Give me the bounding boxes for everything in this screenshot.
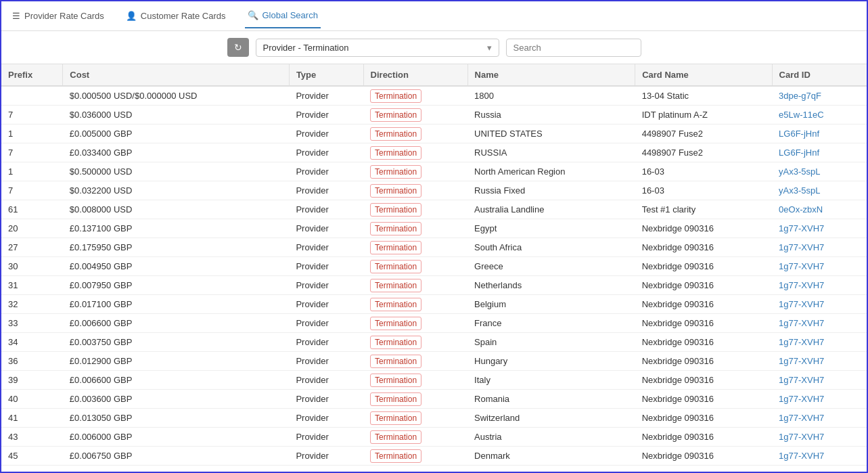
cell-card-name: 16-03 — [635, 181, 772, 200]
cell-name: Romania — [467, 390, 635, 409]
cell-card-id[interactable]: 1g77-XVH7 — [772, 352, 867, 371]
sidebar-item-customer-rate-cards[interactable]: 👤 Customer Rate Cards — [123, 4, 229, 28]
cell-card-name: Nexbridge 090316 — [635, 333, 772, 352]
cell-type: Provider — [289, 106, 363, 125]
cell-card-id[interactable]: 1g77-XVH7 — [772, 333, 867, 352]
cell-card-name: Nexbridge 090316 — [635, 257, 772, 276]
cell-type: Provider — [289, 143, 363, 162]
cell-card-id[interactable]: 1g77-XVH7 — [772, 447, 867, 466]
cell-direction: Termination — [363, 390, 467, 409]
sidebar-item-provider-rate-cards[interactable]: ☰ Provider Rate Cards — [9, 4, 107, 28]
cell-prefix: 30 — [1, 257, 63, 276]
cell-card-id[interactable]: 1g77-XVH7 — [772, 219, 867, 238]
top-nav: ☰ Provider Rate Cards 👤 Customer Rate Ca… — [1, 1, 867, 31]
cell-prefix: 7 — [1, 181, 63, 200]
cell-card-name: Nexbridge 090316 — [635, 428, 772, 447]
table-row: 30 £0.004950 GBP Provider Termination Gr… — [1, 257, 867, 276]
table-row: 31 £0.007950 GBP Provider Termination Ne… — [1, 276, 867, 295]
cell-card-id[interactable]: 1g77-XVH7 — [772, 428, 867, 447]
cell-card-id[interactable]: yAx3-5spL — [772, 162, 867, 181]
cell-card-id[interactable]: 1g77-XVH7 — [772, 257, 867, 276]
cell-name: Egypt — [467, 219, 635, 238]
cell-card-name: Nexbridge 090316 — [635, 219, 772, 238]
cell-prefix: 43 — [1, 428, 63, 447]
cell-name: Russia — [467, 106, 635, 125]
customer-rate-cards-label: Customer Rate Cards — [141, 11, 226, 21]
cell-direction: Termination — [363, 106, 467, 125]
table-row: 40 £0.003600 GBP Provider Termination Ro… — [1, 390, 867, 409]
cell-type: Provider — [289, 125, 363, 143]
table-row: 39 £0.006600 GBP Provider Termination It… — [1, 371, 867, 390]
toolbar: ↻ Provider - Termination ▾ — [1, 31, 867, 64]
provider-rate-cards-label: Provider Rate Cards — [24, 11, 104, 21]
cell-prefix: 33 — [1, 314, 63, 333]
cell-card-id[interactable]: 1g77-XVH7 — [772, 238, 867, 257]
search-input[interactable] — [506, 39, 641, 57]
cell-type: Provider — [289, 447, 363, 466]
table-row: 36 £0.012900 GBP Provider Termination Hu… — [1, 352, 867, 371]
cell-prefix: 1 — [1, 162, 63, 181]
cell-prefix: 39 — [1, 371, 63, 390]
table-row: 41 £0.013050 GBP Provider Termination Sw… — [1, 409, 867, 428]
cell-card-id[interactable]: 1g77-XVH7 — [772, 371, 867, 390]
cell-name: Switzerland — [467, 409, 635, 428]
cell-name: France — [467, 314, 635, 333]
cell-direction: Termination — [363, 143, 467, 162]
cell-card-id[interactable]: 0eOx-zbxN — [772, 200, 867, 219]
cell-cost: £0.007950 GBP — [63, 276, 290, 295]
cell-direction: Termination — [363, 86, 467, 106]
cell-type: Provider — [289, 238, 363, 257]
cell-card-id[interactable]: LG6F-jHnf — [772, 143, 867, 162]
table-row: 7 $0.032200 USD Provider Termination Rus… — [1, 181, 867, 200]
cell-card-id[interactable]: LG6F-jHnf — [772, 125, 867, 143]
cell-card-id[interactable]: 1g77-XVH7 — [772, 276, 867, 295]
cell-card-name: Nexbridge 090316 — [635, 352, 772, 371]
cell-cost: $0.000500 USD/$0.000000 USD — [63, 86, 290, 106]
cell-card-id[interactable]: 3dpe-g7qF — [772, 86, 867, 106]
cell-type: Provider — [289, 162, 363, 181]
list-icon: ☰ — [12, 11, 20, 21]
sidebar-item-global-search[interactable]: 🔍 Global Search — [245, 3, 321, 28]
cell-card-name: 13-04 Static — [635, 86, 772, 106]
cell-card-id[interactable]: 1g77-XVH7 — [772, 390, 867, 409]
cell-card-id[interactable]: yAx3-5spL — [772, 181, 867, 200]
cell-type: Provider — [289, 333, 363, 352]
cell-direction: Termination — [363, 371, 467, 390]
cell-prefix: 32 — [1, 295, 63, 314]
cell-name: Australia Landline — [467, 200, 635, 219]
cell-type: Provider — [289, 276, 363, 295]
cell-card-id[interactable]: 1g77-XVH7 — [772, 314, 867, 333]
cell-cost: £0.006600 GBP — [63, 371, 290, 390]
filter-dropdown[interactable]: Provider - Termination ▾ — [256, 39, 499, 57]
table-row: 7 $0.036000 USD Provider Termination Rus… — [1, 106, 867, 125]
cell-cost: £0.012900 GBP — [63, 352, 290, 371]
cell-card-id[interactable]: 1g77-XVH7 — [772, 409, 867, 428]
cell-direction: Termination — [363, 125, 467, 143]
table-row: 34 £0.003750 GBP Provider Termination Sp… — [1, 333, 867, 352]
col-card-name: Card Name — [635, 64, 772, 86]
cell-cost: £0.006600 GBP — [63, 314, 290, 333]
table-row: 1 $0.500000 USD Provider Termination Nor… — [1, 162, 867, 181]
cell-prefix: 7 — [1, 106, 63, 125]
refresh-button[interactable]: ↻ — [227, 38, 249, 57]
cell-card-name: Nexbridge 090316 — [635, 371, 772, 390]
table-row: 61 $0.008000 USD Provider Termination Au… — [1, 200, 867, 219]
cell-name: Netherlands — [467, 276, 635, 295]
results-table: Prefix Cost Type Direction Name Card Nam… — [1, 64, 867, 466]
cell-prefix: 36 — [1, 352, 63, 371]
cell-type: Provider — [289, 257, 363, 276]
cell-card-id[interactable]: 1g77-XVH7 — [772, 295, 867, 314]
cell-direction: Termination — [363, 200, 467, 219]
cell-card-id[interactable]: e5Lw-11eC — [772, 106, 867, 125]
dropdown-value: Provider - Termination — [263, 43, 349, 53]
cell-prefix: 7 — [1, 143, 63, 162]
cell-type: Provider — [289, 390, 363, 409]
table-row: $0.000500 USD/$0.000000 USD Provider Ter… — [1, 86, 867, 106]
table-row: 43 £0.006000 GBP Provider Termination Au… — [1, 428, 867, 447]
cell-cost: £0.003750 GBP — [63, 333, 290, 352]
cell-cost: £0.005000 GBP — [63, 125, 290, 143]
cell-name: 1800 — [467, 86, 635, 106]
cell-type: Provider — [289, 219, 363, 238]
cell-direction: Termination — [363, 314, 467, 333]
cell-prefix: 31 — [1, 276, 63, 295]
